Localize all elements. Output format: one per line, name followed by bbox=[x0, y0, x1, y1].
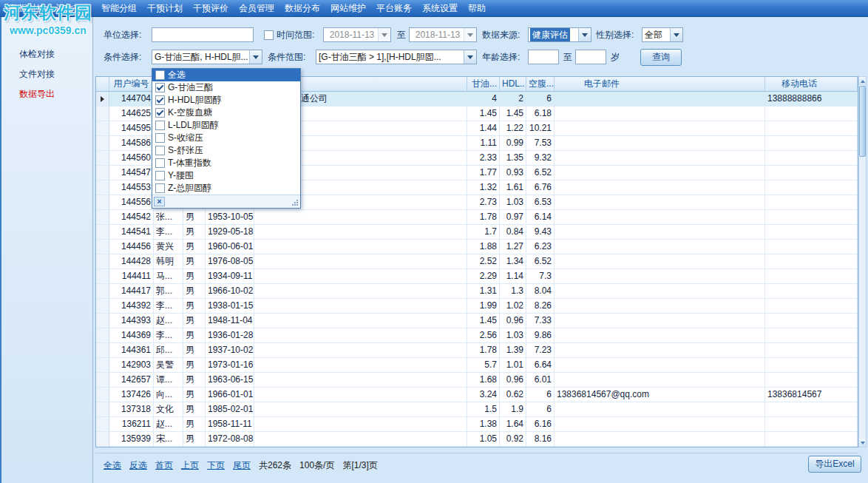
cell-user-id[interactable]: 144456 bbox=[109, 240, 154, 254]
cell-hdl[interactable]: 1.02 bbox=[500, 299, 526, 314]
cell-phone[interactable] bbox=[765, 225, 858, 240]
cell-email[interactable] bbox=[555, 432, 765, 447]
header-user-id[interactable]: 用户编号 bbox=[109, 77, 154, 92]
cell-name[interactable]: 宋... bbox=[154, 432, 183, 447]
cell-user-id[interactable]: 136211 bbox=[109, 417, 154, 432]
cell-triglyceride[interactable]: 1.45 bbox=[467, 314, 500, 328]
row-selector-cell[interactable] bbox=[96, 240, 109, 254]
table-row[interactable]: 144542 张... 男 1953-10-05 1.78 0.97 6.14 bbox=[96, 210, 858, 225]
row-selector-cell[interactable] bbox=[96, 121, 109, 136]
cell-name[interactable]: 黄兴 bbox=[154, 240, 183, 254]
table-row[interactable]: 142657 谭... 男 1963-06-15 1.68 0.96 6.01 bbox=[96, 373, 858, 388]
row-selector-cell[interactable] bbox=[96, 166, 109, 180]
cell-phone[interactable] bbox=[765, 328, 858, 343]
cell-fasting-glucose[interactable]: 9.43 bbox=[526, 225, 555, 240]
cell-triglyceride[interactable]: 2.52 bbox=[467, 254, 500, 269]
menu-item[interactable]: 数据对接 bbox=[4, 0, 50, 16]
checkbox[interactable] bbox=[155, 171, 165, 180]
cell-name[interactable]: 张... bbox=[154, 210, 183, 225]
cell-phone[interactable] bbox=[765, 210, 858, 225]
cell-hdl[interactable]: 1.03 bbox=[500, 328, 526, 343]
cell-phone[interactable] bbox=[765, 166, 858, 180]
menu-item[interactable]: 干预计划 bbox=[142, 0, 188, 16]
cell-email[interactable] bbox=[555, 284, 765, 299]
cell-phone[interactable] bbox=[765, 432, 858, 447]
cell-gender[interactable]: 男 bbox=[183, 358, 206, 373]
cell-phone[interactable]: 13888888866 bbox=[765, 92, 858, 107]
cell-user-id[interactable]: 137318 bbox=[109, 402, 154, 417]
cell-email[interactable] bbox=[555, 166, 765, 180]
cell-hdl[interactable]: 0.93 bbox=[500, 166, 526, 180]
cell-gender[interactable]: 男 bbox=[183, 269, 206, 284]
menu-item[interactable]: 评估报告 bbox=[50, 0, 96, 16]
close-icon[interactable]: × bbox=[154, 197, 165, 206]
row-selector-cell[interactable] bbox=[96, 373, 109, 388]
header-triglyceride[interactable]: 甘油... bbox=[467, 77, 500, 92]
cell-user-id[interactable]: 144595 bbox=[109, 121, 154, 136]
cell-fasting-glucose[interactable]: 6.64 bbox=[526, 358, 555, 373]
menu-item[interactable]: 帮助 bbox=[463, 0, 491, 16]
cell-email[interactable]: 13836814567@qq.com bbox=[555, 388, 765, 402]
cell-fasting-glucose[interactable]: 6.53 bbox=[526, 195, 555, 210]
table-row[interactable]: 144417 郭... 男 1966-10-02 1.31 1.3 8.04 bbox=[96, 284, 858, 299]
cell-phone[interactable] bbox=[765, 269, 858, 284]
cell-name[interactable]: 郭... bbox=[154, 284, 183, 299]
cell-unit[interactable] bbox=[254, 343, 467, 358]
cell-user-id[interactable]: 144560 bbox=[109, 151, 154, 166]
cell-email[interactable] bbox=[555, 240, 765, 254]
cell-user-id[interactable]: 135939 bbox=[109, 432, 154, 447]
cell-triglyceride[interactable]: 2.33 bbox=[467, 151, 500, 166]
cell-email[interactable] bbox=[555, 254, 765, 269]
export-excel-button[interactable]: 导出Excel bbox=[808, 456, 861, 473]
row-selector-cell[interactable] bbox=[96, 328, 109, 343]
cell-triglyceride[interactable]: 1.32 bbox=[467, 180, 500, 195]
cell-triglyceride[interactable]: 1.5 bbox=[467, 402, 500, 417]
condition-select[interactable]: G-甘油三酯, H-HDL胆... bbox=[152, 50, 262, 64]
cell-email[interactable] bbox=[555, 180, 765, 195]
cell-gender[interactable]: 男 bbox=[183, 210, 206, 225]
dropdown-item[interactable]: K-空腹血糖 bbox=[152, 107, 300, 119]
cell-unit[interactable] bbox=[254, 254, 467, 269]
row-selector-cell[interactable] bbox=[96, 225, 109, 240]
cell-birthdate[interactable]: 1972-08-08 bbox=[206, 432, 254, 447]
row-selector-cell[interactable] bbox=[96, 180, 109, 195]
menu-item[interactable]: 数据分布 bbox=[279, 0, 325, 16]
cell-user-id[interactable]: 144428 bbox=[109, 254, 154, 269]
cell-hdl[interactable]: 1.45 bbox=[500, 107, 526, 121]
cell-hdl[interactable]: 0.96 bbox=[500, 314, 526, 328]
cell-hdl[interactable]: 0.84 bbox=[500, 225, 526, 240]
scroll-up-icon[interactable] bbox=[859, 77, 866, 85]
cell-birthdate[interactable]: 1985-02-01 bbox=[206, 402, 254, 417]
cell-unit[interactable] bbox=[254, 388, 467, 402]
cell-phone[interactable] bbox=[765, 314, 858, 328]
cell-name[interactable]: 向... bbox=[154, 388, 183, 402]
cell-hdl[interactable]: 1.27 bbox=[500, 240, 526, 254]
cell-gender[interactable]: 男 bbox=[183, 240, 206, 254]
row-selector-cell[interactable] bbox=[96, 343, 109, 358]
cell-fasting-glucose[interactable]: 6.01 bbox=[526, 373, 555, 388]
cell-name[interactable]: 李... bbox=[154, 328, 183, 343]
data-source-select[interactable]: 健康评估 bbox=[528, 27, 591, 42]
cell-fasting-glucose[interactable]: 9.32 bbox=[526, 151, 555, 166]
row-selector-cell[interactable] bbox=[96, 151, 109, 166]
table-row[interactable]: 137318 文化 男 1985-02-01 1.5 1.9 6 bbox=[96, 402, 858, 417]
cell-birthdate[interactable]: 1958-11-11 bbox=[206, 417, 254, 432]
cell-unit[interactable] bbox=[254, 314, 467, 328]
cell-gender[interactable]: 男 bbox=[183, 225, 206, 240]
cell-birthdate[interactable]: 1934-09-11 bbox=[206, 269, 254, 284]
cell-hdl[interactable]: 0.62 bbox=[500, 388, 526, 402]
cell-gender[interactable]: 男 bbox=[183, 299, 206, 314]
cell-triglyceride[interactable]: 1.05 bbox=[467, 432, 500, 447]
cell-name[interactable]: 文化 bbox=[154, 402, 183, 417]
dropdown-item[interactable]: Y-腰围 bbox=[152, 169, 300, 182]
row-selector-cell[interactable] bbox=[96, 195, 109, 210]
row-selector-cell[interactable] bbox=[96, 136, 109, 151]
cell-phone[interactable] bbox=[765, 180, 858, 195]
cell-email[interactable] bbox=[555, 151, 765, 166]
cell-unit[interactable] bbox=[254, 225, 467, 240]
table-row[interactable]: 135939 宋... 男 1972-08-08 1.05 0.92 8.16 bbox=[96, 432, 858, 447]
header-phone[interactable]: 移动电话 bbox=[765, 77, 858, 92]
cell-fasting-glucose[interactable]: 10.21 bbox=[526, 121, 555, 136]
dropdown-item[interactable]: S-舒张压 bbox=[152, 144, 300, 157]
cell-phone[interactable] bbox=[765, 358, 858, 373]
